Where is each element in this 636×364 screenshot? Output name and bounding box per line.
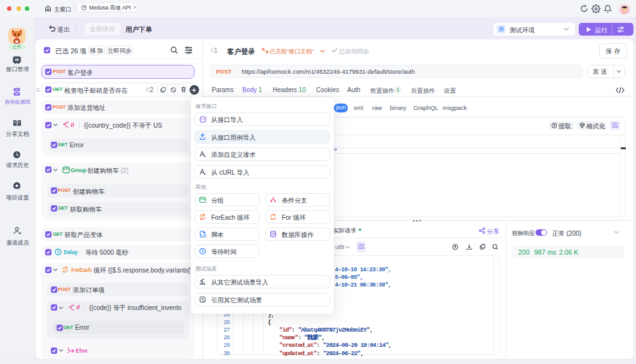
svg-text:96: 96 bbox=[15, 58, 18, 62]
